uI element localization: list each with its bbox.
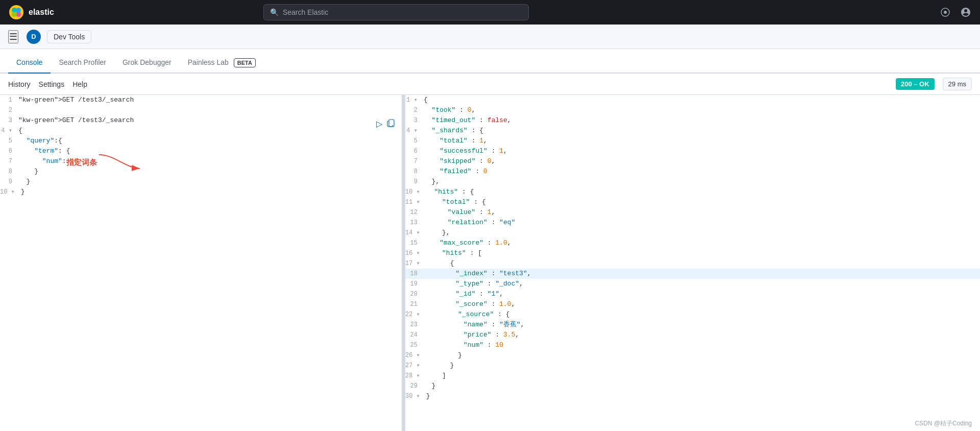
code-line: 22 ▾ "_source" : { [405,309,980,320]
code-line: 6 "successful" : 1, [405,146,980,156]
line-number: 10 ▾ [405,187,426,197]
code-line: 13 "relation" : "eq" [405,218,980,228]
code-line: 1 ▾{ [405,95,980,105]
line-content: "kw-green">GET /test3/_search [18,95,402,105]
line-content: "max_score" : 1.0, [424,238,980,248]
line-content: } [21,187,402,197]
code-line: 30 ▾} [405,391,980,401]
code-line: 26 ▾ } [405,350,980,361]
code-line: 29 } [405,381,980,391]
code-line: 4 ▾ "_shards" : { [405,126,980,136]
line-number: 8 [405,166,424,177]
line-content: }, [424,177,980,187]
line-number: 7 [0,156,18,166]
line-number: 6 [405,146,424,156]
elastic-logo[interactable]: elastic [8,4,54,20]
line-number: 3 [405,115,424,126]
line-content: "hits" : { [426,187,980,197]
line-number: 1 [0,95,18,105]
line-content: "total" : 1, [424,136,980,146]
line-content: "hits" : [ [426,248,980,258]
line-content: "_source" : { [426,309,980,320]
line-content: { [18,126,402,136]
line-number: 20 [405,289,424,299]
main-content: 1"kw-green">GET /test3/_search23"kw-gree… [0,95,980,431]
tab-grok-debugger[interactable]: Grok Debugger [114,52,180,74]
line-number: 21 [405,299,424,309]
line-content: { [424,95,980,105]
line-content: ] [426,371,980,381]
line-content: "num": 10 [18,156,402,166]
code-line: 2 [0,105,402,115]
code-line: 5 "query":{ [0,136,402,146]
tab-search-profiler[interactable]: Search Profiler [51,52,114,74]
line-content: "took" : 0, [424,105,980,115]
line-content: "successful" : 1, [424,146,980,156]
hamburger-button[interactable]: ☰ [8,30,18,43]
tab-console[interactable]: Console [8,52,51,74]
status-badge: 200 – OK [896,78,935,90]
line-content: } [424,381,980,391]
line-number: 2 [0,105,18,115]
run-icon[interactable]: ▷ [376,119,382,129]
code-line: 7 "num": 10 [0,156,402,166]
time-badge: 29 ms [943,78,972,90]
line-number: 23 [405,320,424,330]
line-number: 19 [405,279,424,289]
line-content: "failed" : 0 [424,166,980,177]
code-line: 24 "price" : 3.5, [405,330,980,340]
code-line: 17 ▾ { [405,258,980,269]
line-content: "value" : 1, [424,207,980,218]
line-content: "skipped" : 0, [424,156,980,166]
line-number: 27 ▾ [405,361,426,371]
line-content: "num" : 10 [424,340,980,350]
code-line: 3"kw-green">GET /test3/_search [0,115,402,126]
code-line: 28 ▾ ] [405,371,980,381]
line-number: 1 ▾ [405,95,424,105]
svg-point-6 [944,11,947,14]
line-content: "_score" : 1.0, [424,299,980,309]
line-content: } [426,361,980,371]
code-line: 21 "_score" : 1.0, [405,299,980,309]
code-line: 16 ▾ "hits" : [ [405,248,980,258]
line-number: 25 [405,340,424,350]
notifications-icon[interactable] [939,6,951,18]
copy-icon[interactable] [386,118,396,129]
history-button[interactable]: History [8,78,31,90]
line-number: 30 ▾ [405,391,426,401]
line-content: } [18,166,402,177]
tab-painless-lab[interactable]: Painless Lab BETA [180,52,264,74]
line-content: "_shards" : { [424,126,980,136]
code-line: 18 "_index" : "test3", [405,269,980,279]
svg-point-0 [9,5,23,19]
code-editor[interactable]: 1"kw-green">GET /test3/_search23"kw-gree… [0,95,402,197]
devtools-title-button[interactable]: Dev Tools [47,30,91,43]
editor-pane[interactable]: 1"kw-green">GET /test3/_search23"kw-gree… [0,95,403,431]
svg-point-3 [16,8,21,13]
top-navigation: elastic 🔍 Search Elastic [0,0,980,25]
line-content: "kw-green">GET /test3/_search [18,115,402,126]
settings-button[interactable]: Settings [39,78,65,90]
line-content: "price" : 3.5, [424,330,980,340]
line-number: 15 [405,238,424,248]
editor-action-icons: ▷ [376,118,396,129]
line-number: 8 [0,166,18,177]
code-line: 2 "took" : 0, [405,105,980,115]
line-content: "_index" : "test3", [424,269,980,279]
code-line: 3 "timed_out" : false, [405,115,980,126]
code-line: 20 "_id" : "1", [405,289,980,299]
code-line: 9 } [0,177,402,187]
line-number: 14 ▾ [405,228,426,238]
global-search-bar[interactable]: 🔍 Search Elastic [263,4,529,20]
line-content: "term": { [18,146,402,156]
code-line: 10 ▾ "hits" : { [405,187,980,197]
result-pane[interactable]: 1 ▾{2 "took" : 0,3 "timed_out" : false,4… [405,95,980,431]
user-avatar-icon[interactable] [960,6,972,18]
line-content: } [18,177,402,187]
line-number: 3 [0,115,18,126]
line-content: "timed_out" : false, [424,115,980,126]
line-content: "name" : "香蕉", [424,320,980,330]
help-button[interactable]: Help [72,78,87,90]
code-line: 10 ▾} [0,187,402,197]
code-line: 19 "_type" : "_doc", [405,279,980,289]
